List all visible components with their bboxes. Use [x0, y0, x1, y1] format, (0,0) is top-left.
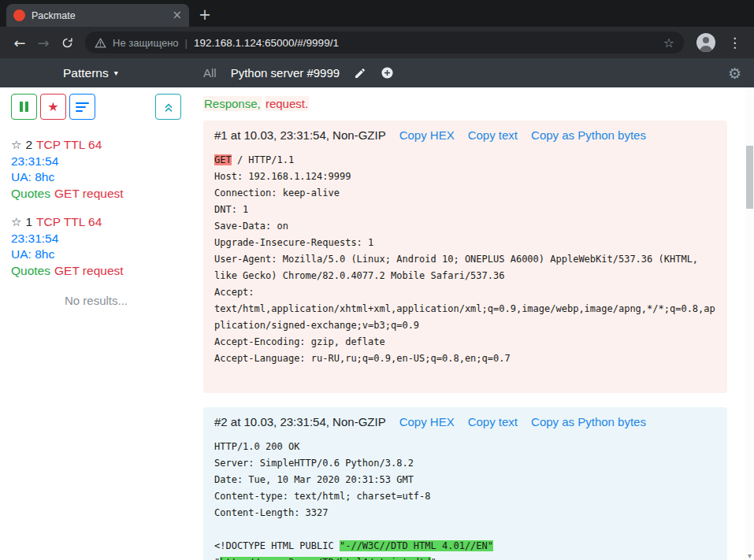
packet-text: Upgrade-Insecure-Requests: 1	[214, 237, 373, 248]
packet-line: Accept-Encoding: gzip, deflate	[214, 334, 716, 350]
stream-quotes-label: Quotes	[11, 187, 50, 200]
tab-close-icon[interactable]: ×	[172, 9, 182, 21]
packet-action-link[interactable]: Copy as Python bytes	[531, 415, 646, 428]
packet-line: Server: SimpleHTTP/0.6 Python/3.8.2	[214, 455, 716, 472]
packet-line: HTTP/1.0 200 OK	[214, 439, 716, 455]
browser-tab-strip: Packmate × +	[0, 0, 754, 27]
packet-line: Content-Length: 3327	[214, 505, 716, 521]
stream-time: 23:31:54	[11, 154, 181, 170]
packet-line: Save-Data: on	[214, 218, 716, 235]
vertical-scrollbar[interactable]: ▾	[745, 87, 754, 560]
packets-pane: Response, request. #1 at 10.03, 23:31:54…	[192, 87, 754, 560]
packet-card: #2 at 10.03, 23:31:54, Non-GZIPCopy HEXC…	[203, 407, 727, 560]
packet-text: DNT: 1	[214, 204, 248, 215]
packet-action-link[interactable]: Copy HEX	[399, 128, 455, 142]
stream-item-header: ☆1TCP TTL 64	[11, 214, 181, 231]
tab-python-server[interactable]: Python server #9999	[231, 66, 340, 80]
stream-user-agent: UA: 8hc	[11, 247, 181, 263]
filter-lines-icon	[76, 106, 86, 108]
pause-capture-button[interactable]	[11, 94, 37, 120]
packet-line: Accept: text/html,application/xhtml+xml,…	[214, 284, 716, 334]
pause-icon	[25, 102, 28, 112]
stream-tags: QuotesGET request	[11, 263, 181, 280]
url-text: 192.168.1.124:65000/#/9999/1	[194, 37, 657, 49]
packet-line: DNT: 1	[214, 202, 716, 218]
not-secure-warning-icon[interactable]	[95, 37, 106, 49]
stream-list: ☆2TCP TTL 6423:31:54UA: 8hcQuotesGET req…	[11, 137, 181, 279]
filter-streams-button[interactable]	[69, 94, 95, 120]
packet-action-link[interactable]: Copy as Python bytes	[531, 128, 646, 142]
tab-title: Packmate	[32, 10, 165, 21]
favorite-star-icon[interactable]: ☆	[11, 138, 21, 152]
packet-action-link[interactable]: Copy text	[468, 415, 518, 428]
packet-line	[214, 521, 716, 538]
browser-tab[interactable]: Packmate ×	[6, 4, 189, 27]
security-status-label[interactable]: Не защищено	[113, 37, 179, 49]
packet-text: Host: 192.168.1.124:9999	[214, 171, 351, 182]
stream-item-header: ☆2TCP TTL 64	[11, 137, 181, 154]
packet-text: / HTTP/1.1	[232, 154, 294, 165]
browser-toolbar: ← → Не защищено | 192.168.1.124:65000/#/…	[0, 27, 754, 58]
profile-avatar[interactable]	[696, 33, 715, 52]
packet-text: Content-Length: 3327	[214, 507, 329, 518]
packet-line: Content-type: text/html; charset=utf-8	[214, 488, 716, 505]
packet-action-link[interactable]: Copy text	[468, 128, 518, 142]
packet-title: #2 at 10.03, 23:31:54, Non-GZIP	[214, 415, 386, 428]
packet-body: GET / HTTP/1.1Host: 192.168.1.124:9999Co…	[214, 152, 716, 384]
stream-tags: QuotesGET request	[11, 186, 181, 202]
reload-icon-svg	[61, 36, 74, 50]
packet-text: HTTP/1.0 200 OK	[214, 441, 299, 452]
patterns-dropdown[interactable]: Patterns ▾	[63, 58, 118, 87]
favorites-filter-button[interactable]: ★	[40, 94, 66, 120]
packet-text: Accept-Language: ru-RU,ru;q=0.9,en-US;q=…	[214, 353, 511, 364]
browser-menu-icon[interactable]: ⋮	[723, 35, 746, 50]
double-chevron-up-icon	[162, 101, 175, 113]
collapse-sidebar-button[interactable]	[155, 94, 181, 120]
edit-pattern-button[interactable]	[354, 67, 366, 80]
add-pattern-button[interactable]	[381, 66, 394, 80]
packmate-favicon-icon	[13, 9, 25, 21]
packet-text: Content-type: text/html; charset=utf-8	[214, 491, 431, 502]
packet-line: Date: Tue, 10 Mar 2020 20:31:53 GMT	[214, 472, 716, 488]
packet-body: HTTP/1.0 200 OKServer: SimpleHTTP/0.6 Py…	[214, 439, 716, 560]
packet-text: Save-Data: on	[214, 221, 288, 232]
packet-highlight: http://www.w3.org/TR/html4/strict.dtd	[220, 557, 430, 560]
browser-window: Packmate × + ← → Не защищено | 192.168.1…	[0, 0, 754, 560]
no-results-text: No results...	[11, 294, 181, 307]
pause-icon	[20, 102, 23, 112]
packet-card-header: #2 at 10.03, 23:31:54, Non-GZIPCopy HEXC…	[214, 415, 716, 428]
packet-highlight: "-//W3C//DTD HTML 4.01//EN"	[340, 540, 493, 551]
stream-list-item[interactable]: ☆2TCP TTL 6423:31:54UA: 8hcQuotesGET req…	[11, 137, 181, 202]
stream-count: 2	[25, 138, 32, 151]
packet-text: Accept: text/html,application/xhtml+xml,…	[214, 287, 715, 331]
stream-protocol: TCP TTL 64	[36, 138, 102, 151]
stream-pattern-label: GET request	[54, 264, 124, 277]
address-bar[interactable]: Не защищено | 192.168.1.124:65000/#/9999…	[85, 32, 684, 54]
patterns-label: Patterns	[63, 66, 109, 80]
scrollbar-thumb[interactable]	[746, 146, 753, 209]
packet-text: <!DOCTYPE HTML PUBLIC	[214, 540, 340, 551]
packet-action-link[interactable]: Copy HEX	[399, 415, 455, 428]
packet-title: #1 at 10.03, 23:31:54, Non-GZIP	[214, 128, 386, 142]
back-icon[interactable]: ←	[8, 31, 32, 54]
app-content: ★ ☆2TCP TTL 6423:31:54UA: 8hcQuotesGET r…	[0, 87, 754, 560]
settings-gear-icon[interactable]: ⚙	[728, 58, 741, 87]
packet-text: Date: Tue, 10 Mar 2020 20:31:53 GMT	[214, 474, 414, 485]
favorite-star-icon[interactable]: ☆	[11, 215, 21, 229]
bookmark-star-icon[interactable]: ☆	[663, 35, 674, 50]
pattern-tabs: All Python server #9999	[203, 58, 394, 87]
stream-list-item[interactable]: ☆1TCP TTL 6423:31:54UA: 8hcQuotesGET req…	[11, 214, 181, 279]
person-icon	[696, 33, 715, 52]
new-tab-button[interactable]: +	[199, 6, 211, 23]
forward-icon[interactable]: →	[32, 31, 55, 54]
reload-icon[interactable]	[55, 31, 79, 54]
app-navbar: Patterns ▾ All Python server #9999 ⚙	[0, 58, 754, 87]
stream-pattern-label: GET request	[54, 187, 124, 200]
packet-line	[214, 367, 716, 384]
tab-all[interactable]: All	[203, 66, 217, 80]
pencil-icon	[354, 67, 366, 80]
packet-text: User-Agent: Mozilla/5.0 (Linux; Android …	[214, 254, 704, 281]
scrollbar-down-icon[interactable]: ▾	[745, 551, 754, 560]
filter-lines-icon	[76, 102, 89, 104]
packet-card-header: #1 at 10.03, 23:31:54, Non-GZIPCopy HEXC…	[214, 128, 716, 142]
